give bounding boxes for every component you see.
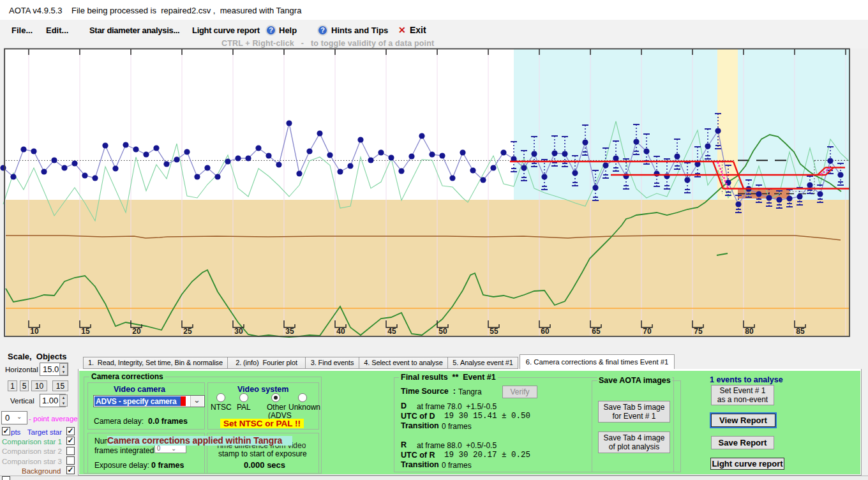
svg-text:55: 55: [490, 327, 498, 336]
svg-text:25: 25: [183, 327, 192, 336]
svg-text:85: 85: [796, 327, 805, 336]
svg-text:40: 40: [336, 327, 345, 336]
svg-text:75: 75: [694, 327, 703, 336]
svg-text:65: 65: [592, 327, 601, 336]
svg-text:20: 20: [132, 327, 141, 336]
svg-text:35: 35: [285, 327, 294, 336]
svg-text:10: 10: [30, 327, 39, 336]
svg-text:80: 80: [745, 327, 754, 336]
svg-text:70: 70: [643, 327, 652, 336]
svg-text:30: 30: [234, 327, 243, 336]
svg-text:60: 60: [541, 327, 550, 336]
svg-text:45: 45: [387, 327, 396, 336]
svg-text:15: 15: [81, 327, 90, 336]
svg-text:50: 50: [438, 327, 447, 336]
